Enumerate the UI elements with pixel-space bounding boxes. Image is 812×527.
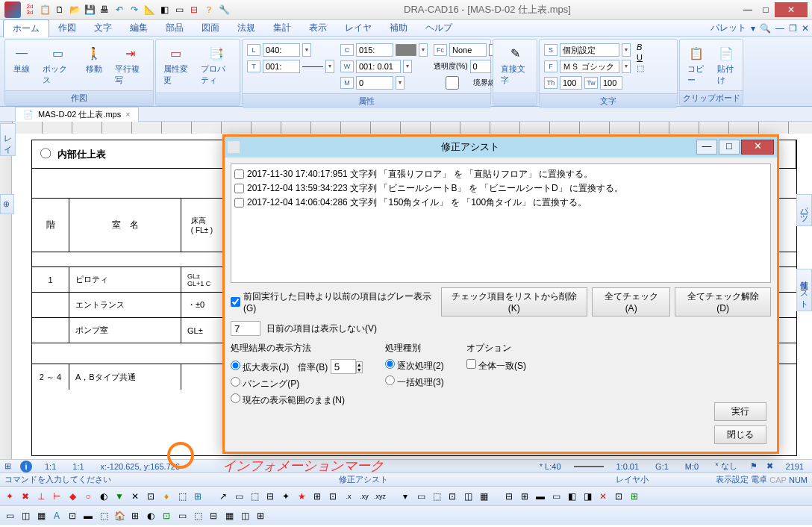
qat-icon[interactable]: 📋	[39, 4, 51, 16]
qat-icon[interactable]: 📐	[143, 4, 155, 16]
tab-layer[interactable]: レイヤ	[336, 19, 381, 37]
qat-help-icon[interactable]: ？	[203, 4, 215, 16]
side-panel-tab[interactable]: ⊕	[0, 194, 14, 214]
dropdown-icon[interactable]: ▾	[622, 43, 631, 57]
ribbon-min-icon[interactable]: —	[775, 23, 784, 34]
batch-radio[interactable]: 一括処理(3)	[385, 375, 444, 389]
dialog-maximize-button[interactable]: □	[719, 140, 740, 155]
tool-icon[interactable]: ⊡	[66, 509, 79, 523]
tool-icon[interactable]: .xyz	[373, 490, 387, 503]
tool-icon[interactable]: ⊟	[263, 490, 277, 503]
palette-menu[interactable]: パレット	[710, 22, 746, 34]
width-input[interactable]	[356, 60, 401, 73]
status-icon[interactable]: ⚑	[750, 461, 758, 471]
status-layer[interactable]: * L:40	[536, 461, 565, 472]
information-mark-icon[interactable]: i	[20, 461, 32, 473]
tool-icon[interactable]: ✦	[279, 490, 293, 503]
tool-icon[interactable]: ⊡	[160, 509, 173, 523]
list-item[interactable]: 2017-11-30 17:40:17:951 文字列 「直張りフロア」 を 「…	[234, 167, 767, 181]
tw-input[interactable]	[600, 76, 622, 90]
tab-text[interactable]: 文字	[85, 19, 121, 37]
dropdown-icon[interactable]: ▾	[396, 76, 405, 90]
border-hide-checkbox[interactable]	[434, 76, 471, 90]
zoom-radio[interactable]: 拡大表示(J) 倍率(B) ▲▼	[231, 359, 363, 374]
tool-icon[interactable]: ⊟	[207, 509, 220, 523]
layer-input[interactable]	[263, 43, 300, 57]
attr-change-button[interactable]: ▭属性変更	[160, 43, 192, 87]
days-input[interactable]	[231, 321, 260, 336]
tool-icon[interactable]: ◧	[565, 490, 578, 503]
document-tab[interactable]: 📄 MAS-D-02 仕上表.mps ×	[15, 107, 139, 122]
dropdown-icon[interactable]: ▾	[622, 60, 631, 73]
move-button[interactable]: 🚶移動	[82, 43, 106, 76]
sequential-radio[interactable]: 逐次処理(2)	[385, 359, 444, 372]
tool-icon[interactable]: ⊞	[518, 490, 531, 503]
tool-icon[interactable]: ⊞	[191, 490, 204, 503]
tool-icon[interactable]: ⊥	[34, 490, 48, 503]
font-input[interactable]	[560, 60, 619, 73]
bold-icon[interactable]: B	[637, 43, 644, 52]
list-item[interactable]: 2017-12-04 14:06:04:286 文字列 「150角タイル」 を …	[234, 196, 767, 210]
underline-icon[interactable]: U	[637, 53, 644, 62]
tool-icon[interactable]: ◐	[144, 509, 157, 523]
tool-icon[interactable]: ⊞	[310, 490, 324, 503]
ribbon-close-icon[interactable]: ✕	[802, 23, 809, 34]
tab-home[interactable]: ホーム	[3, 19, 49, 37]
qat-undo-icon[interactable]: ↶	[113, 4, 125, 16]
tool-icon[interactable]: ⬚	[97, 509, 110, 523]
tab-draw[interactable]: 作図	[49, 19, 85, 37]
tool-icon[interactable]: ▬	[534, 490, 547, 503]
tool-icon[interactable]: ⊡	[612, 490, 625, 503]
color-swatch[interactable]	[396, 44, 416, 56]
tool-icon[interactable]: ⬚	[175, 490, 189, 503]
qat-new-icon[interactable]: 🗋	[54, 4, 66, 16]
list-item[interactable]: 2017-12-04 13:59:34:223 文字列 「ビニールシートB」 を…	[234, 181, 767, 196]
qat-icon[interactable]: 🔧	[218, 4, 230, 16]
command-prompt[interactable]: コマンドを入力してください	[4, 474, 111, 485]
side-panel-attrlist[interactable]: 属性リスト	[796, 269, 812, 311]
copy-button[interactable]: 📋コピー	[684, 43, 708, 87]
tool-icon[interactable]: ✖	[19, 490, 32, 503]
style-input[interactable]	[560, 43, 619, 57]
ribbon-win-icon[interactable]: ❐	[789, 23, 797, 34]
dropdown-icon[interactable]: ▾	[325, 60, 334, 73]
status-icon[interactable]: ⊞	[4, 461, 11, 471]
tool-icon[interactable]: ▭	[232, 490, 246, 503]
qat-icon[interactable]: ⊟	[188, 4, 200, 16]
tab-view[interactable]: 表示	[300, 19, 336, 37]
minimize-button[interactable]: —	[739, 2, 757, 17]
panning-radio[interactable]: パンニング(P)	[231, 377, 363, 390]
correction-list[interactable]: 2017-11-30 17:40:17:951 文字列 「直張りフロア」 を 「…	[231, 163, 771, 283]
tool-icon[interactable]: ✦	[3, 490, 16, 503]
dialog-close-button[interactable]: ✕	[741, 140, 774, 155]
status-none[interactable]: * なし	[711, 460, 740, 473]
tool-icon[interactable]: ⬚	[191, 509, 204, 523]
status-layers[interactable]: レイヤ小	[616, 474, 649, 485]
tab-regulation[interactable]: 法規	[228, 19, 264, 37]
qat-icon[interactable]: ▭	[173, 4, 185, 16]
check-all-button[interactable]: 全てチェック(A)	[592, 287, 670, 316]
close-tab-icon[interactable]: ×	[125, 110, 130, 119]
tool-icon[interactable]: ◫	[238, 509, 252, 523]
property-button[interactable]: 📑プロパティ	[198, 43, 235, 87]
tool-icon[interactable]: ▾	[399, 490, 412, 503]
uncheck-all-button[interactable]: 全てチェック解除(D)	[675, 287, 771, 316]
tool-icon[interactable]: ◫	[19, 509, 32, 523]
tool-icon[interactable]: ◫	[461, 490, 475, 503]
status-scale2[interactable]: 1:1	[69, 461, 87, 472]
tab-edit[interactable]: 編集	[121, 19, 157, 37]
tab-tally[interactable]: 集計	[264, 19, 300, 37]
qat-open-icon[interactable]: 📂	[69, 4, 81, 16]
tool-icon[interactable]: ▦	[477, 490, 490, 503]
align-icon[interactable]: ⬚	[637, 63, 644, 73]
parallel-copy-button[interactable]: ⇥平行複写	[112, 43, 149, 87]
qat-icon[interactable]: ◧	[158, 4, 170, 16]
fillcolor-input[interactable]	[449, 43, 487, 57]
paste-button[interactable]: 📄貼付け	[714, 43, 738, 87]
tool-icon[interactable]: ▭	[549, 490, 563, 503]
ribbon-search-icon[interactable]: 🔍	[760, 23, 771, 34]
tool-icon[interactable]: ✕	[596, 490, 610, 503]
tool-icon[interactable]: ◆	[66, 490, 79, 503]
side-panel-parts[interactable]: パーツ	[796, 194, 812, 226]
ratio-input[interactable]	[331, 359, 356, 374]
